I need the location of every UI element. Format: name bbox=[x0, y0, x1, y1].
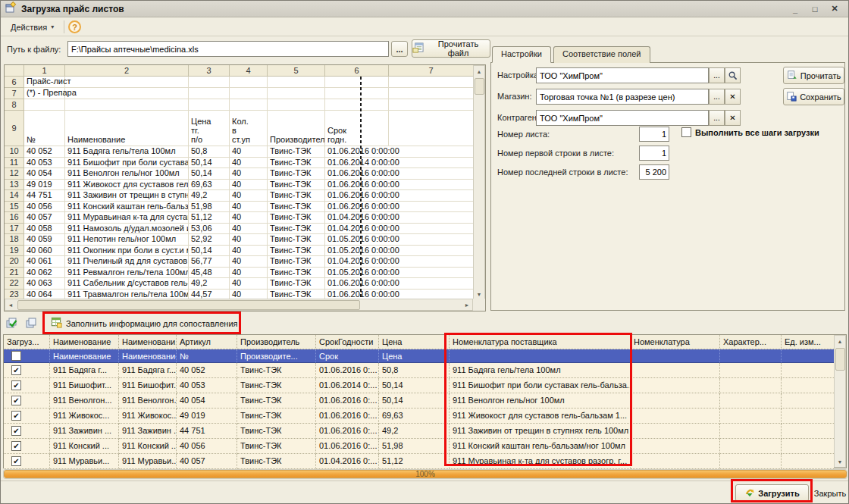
cell-unit[interactable] bbox=[782, 393, 834, 409]
cell-article[interactable]: 49 019 bbox=[177, 409, 237, 424]
grid-hscroll-thumb[interactable] bbox=[17, 300, 360, 310]
grid-row-number[interactable]: 14 bbox=[5, 190, 24, 202]
table-row[interactable]: ✔ 911 Бадяга г... 911 Бадяга г... 40 052… bbox=[4, 363, 846, 378]
cell-article[interactable]: 40 053 bbox=[177, 378, 237, 393]
grid-cell[interactable]: Наименование bbox=[65, 111, 189, 146]
grid-cell-date[interactable]: 01.06.2016 0:00:00 bbox=[325, 278, 473, 290]
cell-article[interactable]: 40 054 bbox=[177, 393, 237, 409]
grid-row-number[interactable]: 13 bbox=[5, 180, 24, 191]
grid-cell-producer[interactable]: Твинс-ТЭК bbox=[268, 190, 325, 202]
cell-characteristic[interactable] bbox=[720, 378, 782, 393]
cell-price[interactable]: 50,14 bbox=[379, 378, 450, 393]
grid-cell[interactable]: Прайс-лист bbox=[24, 77, 65, 88]
mapping-vertical-scrollbar[interactable]: ▲ ▼ bbox=[834, 335, 846, 468]
magnifier-icon[interactable] bbox=[725, 67, 741, 83]
mapping-column-header[interactable]: Наименование bbox=[50, 335, 119, 349]
browse-file-button[interactable]: ... bbox=[391, 41, 408, 57]
grid-cell-price[interactable]: 49,2 bbox=[189, 278, 230, 290]
grid-cell[interactable] bbox=[65, 88, 189, 99]
grid-cell[interactable]: Цена тг. п/о bbox=[189, 111, 230, 146]
row-checkbox-cell[interactable]: ✔ bbox=[4, 378, 50, 393]
actions-menu[interactable]: Действия ▾ bbox=[5, 20, 60, 35]
grid-row-number[interactable]: 8 bbox=[5, 99, 24, 111]
row-checkbox-cell[interactable]: ✔ bbox=[4, 439, 50, 454]
cell-unit[interactable] bbox=[782, 378, 834, 393]
row-checkbox[interactable]: ✔ bbox=[11, 441, 21, 451]
mapping-field-cell[interactable]: Наименование bbox=[119, 349, 177, 363]
grid-cell-name[interactable]: 911 Непотин гель/ног 100мл bbox=[65, 234, 189, 246]
grid-cell-price[interactable]: 69,63 bbox=[189, 180, 230, 191]
grid-cell[interactable]: Срок годн. bbox=[325, 111, 389, 146]
scroll-down-icon[interactable]: ▼ bbox=[474, 289, 484, 299]
cell-name2[interactable]: 911 Бадяга г... bbox=[119, 363, 177, 378]
fill-mapping-info-button[interactable]: Заполнить информацию для сопоставления bbox=[46, 314, 243, 333]
grid-cell-producer[interactable]: Твинс-ТЭК bbox=[268, 158, 325, 169]
cell-name[interactable]: 911 Конский ... bbox=[50, 439, 119, 454]
grid-cell-code[interactable]: 40 061 bbox=[24, 256, 65, 268]
grid-cell-qty[interactable]: 40 bbox=[230, 268, 268, 279]
grid-cell-date[interactable]: 01.06.2014 0:00:00 bbox=[325, 158, 473, 169]
row-checkbox[interactable]: ✔ bbox=[11, 380, 21, 390]
grid-cell-producer[interactable]: Твинс-ТЭК bbox=[268, 268, 325, 279]
grid-cell-date[interactable]: 01.04.2016 0:00:00 bbox=[325, 224, 473, 235]
scroll-down-icon[interactable]: ▼ bbox=[835, 456, 845, 467]
row-checkbox[interactable]: ✔ bbox=[11, 426, 21, 436]
scroll-left-icon[interactable]: ◄ bbox=[5, 299, 16, 310]
grid-cell-price[interactable]: 50,14 bbox=[189, 246, 230, 257]
grid-cell-name[interactable]: 911 Живокост для суставов гель-бал bbox=[65, 180, 189, 191]
grid-cell-price[interactable]: 50,8 bbox=[189, 146, 230, 158]
grid-cell[interactable]: Кол. в ст.уп bbox=[230, 111, 268, 146]
mapping-vscroll-thumb[interactable] bbox=[835, 348, 845, 371]
grid-cell-producer[interactable]: Твинс-ТЭК bbox=[268, 234, 325, 246]
mapping-column-header[interactable]: Артикул bbox=[177, 335, 237, 349]
close-icon[interactable]: ✕ bbox=[829, 4, 841, 14]
grid-cell-code[interactable]: 40 059 bbox=[24, 234, 65, 246]
grid-cell[interactable] bbox=[230, 77, 268, 88]
cell-producer[interactable]: Твинс-ТЭК bbox=[237, 363, 316, 378]
cell-producer[interactable]: Твинс-ТЭК bbox=[237, 424, 316, 439]
cell-price[interactable]: 51,98 bbox=[379, 439, 450, 454]
grid-cell-date[interactable]: 01.04.2016 0:00:00 bbox=[325, 212, 473, 224]
uncheck-all-icon[interactable] bbox=[23, 315, 40, 331]
grid-cell-code[interactable]: 40 056 bbox=[24, 202, 65, 213]
grid-cell-qty[interactable]: 40 bbox=[230, 224, 268, 235]
cell-characteristic[interactable] bbox=[720, 439, 782, 454]
grid-row-number[interactable]: 11 bbox=[5, 158, 24, 169]
table-row[interactable]: ✔ 911 Живокос... 911 Живокос... 49 019 Т… bbox=[4, 409, 846, 424]
row-checkbox-cell[interactable]: ✔ bbox=[4, 454, 50, 469]
grid-cell-name[interactable]: 911 Сабельник д/суставов гель-бальз bbox=[65, 278, 189, 290]
cell-nomenclature[interactable] bbox=[631, 363, 720, 378]
grid-row-number[interactable]: 21 bbox=[5, 268, 24, 279]
mapping-column-header[interactable]: Ед. изм... bbox=[782, 335, 834, 349]
grid-cell-code[interactable]: 40 062 bbox=[24, 268, 65, 279]
grid-cell-price[interactable]: 56,77 bbox=[189, 256, 230, 268]
grid-cell-price[interactable]: 50,14 bbox=[189, 168, 230, 180]
mapping-column-header[interactable]: Номенклатура поставщика bbox=[450, 335, 631, 349]
grid-row-number[interactable]: 19 bbox=[5, 246, 24, 257]
cell-supplier-item[interactable]: 911 Заживин от трещин в ступнях гель 100… bbox=[450, 424, 631, 439]
grid-cell-date[interactable]: 01.06.2016 0:00:00 bbox=[325, 190, 473, 202]
grid-cell-qty[interactable]: 40 bbox=[230, 158, 268, 169]
grid-column-header[interactable]: 1 bbox=[24, 65, 65, 77]
grid-row-number[interactable]: 7 bbox=[5, 88, 24, 99]
cell-nomenclature[interactable] bbox=[631, 439, 720, 454]
grid-corner[interactable] bbox=[5, 65, 24, 77]
grid-cell-producer[interactable]: Твинс-ТЭК bbox=[268, 212, 325, 224]
grid-cell-price[interactable]: 50,14 bbox=[189, 158, 230, 169]
cell-name2[interactable]: 911 Бишофит... bbox=[119, 378, 177, 393]
grid-cell-code[interactable]: 40 053 bbox=[24, 158, 65, 169]
grid-cell[interactable] bbox=[389, 88, 473, 99]
grid-cell[interactable] bbox=[268, 99, 325, 111]
cell-price[interactable]: 50,14 bbox=[379, 393, 450, 409]
grid-cell-producer[interactable]: Твинс-ТЭК bbox=[268, 180, 325, 191]
grid-cell-date[interactable]: 01.06.2016 0:00:00 bbox=[325, 168, 473, 180]
grid-cell[interactable] bbox=[189, 88, 230, 99]
cell-producer[interactable]: Твинс-ТЭК bbox=[237, 409, 316, 424]
grid-cell[interactable] bbox=[189, 99, 230, 111]
grid-cell-qty[interactable]: 40 bbox=[230, 246, 268, 257]
grid-cell-code[interactable]: 40 063 bbox=[24, 278, 65, 290]
grid-cell-producer[interactable]: Твинс-ТЭК bbox=[268, 168, 325, 180]
cell-supplier-item[interactable]: 911 Конский каштан гель-бальзам/ног 100м… bbox=[450, 439, 631, 454]
read-settings-button[interactable]: Прочитать bbox=[783, 67, 844, 84]
cell-name2[interactable]: 911 Венолгон... bbox=[119, 393, 177, 409]
